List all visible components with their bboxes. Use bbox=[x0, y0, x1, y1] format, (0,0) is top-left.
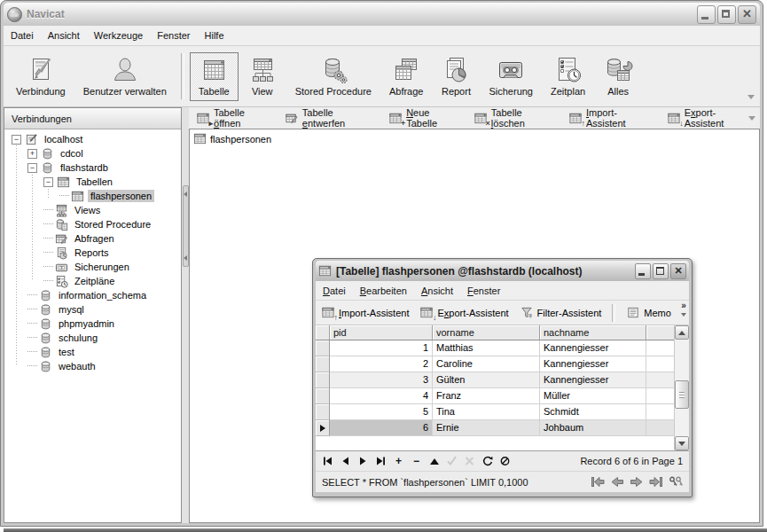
edit-record-icon[interactable] bbox=[428, 456, 440, 466]
tabelle-loeschen-button[interactable]: × Tabelle löschen bbox=[474, 107, 556, 129]
child-menu-datei[interactable]: Datei bbox=[316, 283, 353, 299]
menu-ansicht[interactable]: Ansicht bbox=[41, 27, 87, 43]
scrollbar-track[interactable] bbox=[675, 340, 689, 436]
tree-item-phpmyadmin[interactable]: phpmyadmin bbox=[4, 317, 181, 331]
memo-button[interactable]: Memo bbox=[626, 306, 671, 319]
child-minimize-button[interactable] bbox=[635, 263, 651, 279]
row-selector[interactable] bbox=[316, 372, 330, 388]
column-header-vorname[interactable]: vorname bbox=[433, 325, 540, 340]
tree-item-flashstardb[interactable]: flashstardb bbox=[4, 160, 181, 175]
menu-werkzeuge[interactable]: Werkzeuge bbox=[87, 27, 150, 43]
row-selector[interactable] bbox=[316, 404, 330, 420]
export-assistent-button[interactable]: ↓ Export-Assistent bbox=[667, 107, 753, 129]
child-menu-ansicht[interactable]: Ansicht bbox=[414, 283, 460, 299]
column-header-nachname[interactable]: nachname bbox=[540, 325, 646, 340]
limit-keys-icon[interactable] bbox=[669, 476, 683, 488]
last-page-icon[interactable] bbox=[649, 476, 663, 488]
scroll-up-button[interactable] bbox=[675, 325, 689, 340]
stop-icon[interactable] bbox=[499, 456, 511, 466]
collapse-icon[interactable] bbox=[43, 177, 53, 187]
current-row-indicator[interactable] bbox=[316, 420, 330, 436]
table-row[interactable]: 4 Franz Müller bbox=[316, 388, 674, 404]
menu-fenster[interactable]: Fenster bbox=[150, 27, 197, 43]
row-selector[interactable] bbox=[316, 340, 330, 356]
tree-item-localhost[interactable]: localhost bbox=[4, 132, 181, 146]
child-menu-fenster[interactable]: Fenster bbox=[460, 283, 507, 299]
child-menu-bearbeiten[interactable]: Bearbeiten bbox=[353, 283, 414, 299]
tree-item-test[interactable]: test bbox=[4, 345, 181, 359]
menu-hilfe[interactable]: Hilfe bbox=[198, 27, 231, 43]
alles-button[interactable]: Alles bbox=[594, 52, 642, 101]
tree-item-zeitplaene[interactable]: Zeitpläne bbox=[4, 274, 181, 288]
expand-icon[interactable] bbox=[27, 149, 37, 159]
tree-item-tabellen[interactable]: Tabellen bbox=[4, 175, 181, 189]
row-selector[interactable] bbox=[316, 388, 330, 404]
delete-record-icon[interactable]: − bbox=[411, 456, 422, 466]
child-import-assistent-button[interactable]: ↑ Import-Assistent bbox=[321, 306, 409, 319]
child-maximize-button[interactable] bbox=[653, 263, 669, 279]
tree-item-views[interactable]: Views bbox=[4, 203, 181, 217]
previous-record-icon[interactable] bbox=[340, 456, 351, 466]
collapse-icon[interactable] bbox=[27, 163, 37, 173]
collapse-icon[interactable] bbox=[12, 135, 21, 145]
column-header-pid[interactable]: pid bbox=[330, 325, 433, 340]
import-assistent-button[interactable]: ↑ Import-Assistent bbox=[568, 107, 654, 129]
abfrage-button[interactable]: Abfrage bbox=[380, 52, 433, 101]
flashpersonen-list-item[interactable]: flashpersonen bbox=[193, 132, 271, 145]
tabelle-oeffnen-button[interactable]: ▸ Tabelle öffnen bbox=[196, 107, 272, 129]
scrollbar-thumb[interactable] bbox=[675, 380, 689, 409]
main-titlebar[interactable]: Navicat bbox=[4, 3, 760, 26]
tree-item-mysql[interactable]: mysql bbox=[4, 302, 181, 317]
refresh-icon[interactable] bbox=[481, 456, 493, 466]
benutzer-verwalten-button[interactable]: Benutzer verwalten bbox=[74, 52, 176, 101]
objects-pane: ▸ Tabelle öffnen Tabelle entwerfen + Neu… bbox=[189, 107, 760, 523]
tree-item-sicherungen[interactable]: Sicherungen bbox=[4, 260, 181, 274]
child-toolbar-overflow[interactable]: » bbox=[681, 301, 686, 317]
first-page-icon[interactable] bbox=[591, 476, 605, 488]
tabelle-entwerfen-button[interactable]: Tabelle entwerfen bbox=[285, 107, 376, 129]
next-page-icon[interactable] bbox=[630, 476, 644, 488]
splitter-collapse-handle[interactable] bbox=[183, 185, 189, 267]
tree-item-webauth[interactable]: webauth bbox=[4, 359, 181, 373]
grid-vertical-scrollbar[interactable] bbox=[674, 325, 689, 450]
row-selector[interactable] bbox=[316, 356, 330, 372]
tree-item-reports[interactable]: Reports bbox=[4, 246, 181, 260]
maximize-button[interactable] bbox=[717, 5, 736, 24]
drop-table-icon: × bbox=[474, 112, 488, 125]
table-row-current[interactable]: 6 Ernie Johbaum bbox=[316, 420, 674, 436]
tree-item-schulung[interactable]: schulung bbox=[4, 331, 181, 345]
child-export-assistent-button[interactable]: ↓ Export-Assistent bbox=[419, 306, 508, 319]
close-button[interactable] bbox=[738, 5, 756, 24]
table-row[interactable]: 1 Matthias Kannengiesser bbox=[316, 340, 674, 356]
minimize-button[interactable] bbox=[697, 5, 716, 24]
report-button[interactable]: Report bbox=[432, 52, 480, 101]
tree-item-abfragen[interactable]: Abfragen bbox=[4, 231, 181, 246]
toolbar-overflow-icon[interactable] bbox=[747, 95, 755, 99]
toolbar-overflow-icon[interactable] bbox=[748, 116, 755, 121]
child-titlebar[interactable]: [Tabelle] flashpersonen @flashstardb (lo… bbox=[316, 261, 689, 281]
previous-page-icon[interactable] bbox=[610, 476, 624, 488]
menu-datei[interactable]: Datei bbox=[4, 27, 41, 43]
filter-assistent-button[interactable]: Filter-Assistent bbox=[520, 306, 602, 319]
tabelle-button[interactable]: Tabelle bbox=[190, 52, 239, 101]
next-record-icon[interactable] bbox=[357, 456, 369, 466]
first-record-icon[interactable] bbox=[322, 456, 333, 466]
tree-item-flashpersonen[interactable]: flashpersonen bbox=[4, 189, 181, 203]
stored-procedure-button[interactable]: Stored Procedure bbox=[286, 52, 380, 101]
tree-item-information-schema[interactable]: information_schema bbox=[4, 288, 181, 302]
zeitplan-button[interactable]: Zeitplan bbox=[542, 52, 594, 101]
table-row[interactable]: 5 Tina Schmidt bbox=[316, 404, 674, 420]
last-record-icon[interactable] bbox=[375, 456, 387, 466]
tree-item-stored-procedure[interactable]: Stored Procedure bbox=[4, 217, 181, 231]
child-close-button[interactable] bbox=[670, 263, 686, 279]
insert-record-icon[interactable]: + bbox=[393, 456, 404, 466]
view-button[interactable]: View bbox=[239, 52, 286, 101]
scroll-down-button[interactable] bbox=[675, 436, 689, 450]
verbindung-button[interactable]: Verbindung bbox=[7, 52, 74, 101]
table-row[interactable]: 2 Caroline Kannengiesser bbox=[316, 356, 674, 372]
sicherung-button[interactable]: Sicherung bbox=[480, 52, 542, 101]
panel-splitter[interactable] bbox=[182, 107, 189, 523]
neue-tabelle-button[interactable]: + Neue Tabelle bbox=[388, 107, 461, 129]
tree-item-cdcol[interactable]: cdcol bbox=[4, 146, 181, 160]
table-row[interactable]: 3 Gülten Kannengiesser bbox=[316, 372, 674, 388]
